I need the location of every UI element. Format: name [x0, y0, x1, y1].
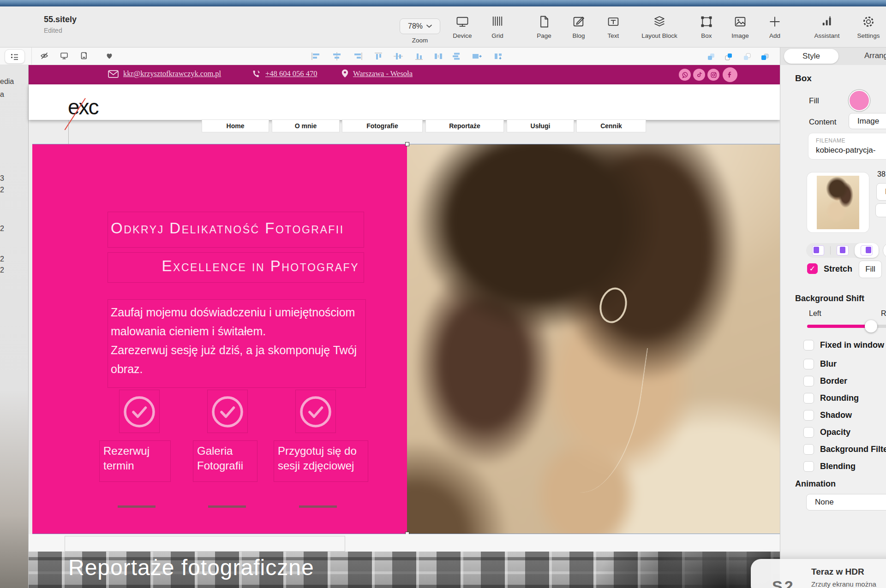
facebook-icon[interactable]: [723, 67, 737, 82]
inspector-panel: Box Fill Content Image FILENAME kobieco-…: [780, 65, 886, 588]
send-to-back-button[interactable]: [742, 52, 752, 63]
whatsapp-icon[interactable]: [679, 69, 691, 81]
tab-style[interactable]: Style: [784, 49, 838, 64]
site-contact-bar[interactable]: kkr@krzysztofkrawczyk.com.pl +48 604 056…: [29, 65, 780, 84]
text-button[interactable]: Text: [591, 15, 635, 39]
align-top-icon: [373, 52, 384, 60]
blur-checkbox[interactable]: [803, 359, 814, 369]
content-dropdown[interactable]: Image: [849, 113, 886, 129]
add-button[interactable]: Add: [753, 15, 797, 39]
nav-item-home[interactable]: Home: [202, 119, 269, 132]
site-navbar[interactable]: exc Home O mnie Fotografie Reportaże Usł…: [29, 84, 780, 120]
favorite-button[interactable]: [103, 52, 115, 62]
feature-label-frame[interactable]: Przygotuj się do sesji zdjęciowej: [274, 440, 368, 482]
selection-handle[interactable]: [405, 142, 409, 146]
feature-label-frame[interactable]: Rezerwuj termin: [99, 440, 171, 482]
align-center-h-button[interactable]: [331, 52, 342, 62]
assistant-button[interactable]: Assistant: [805, 15, 849, 39]
hdr-notification[interactable]: S2 Teraz w HDR Zrzuty ekranu można: [751, 559, 886, 588]
grid-button[interactable]: Grid: [475, 15, 520, 39]
fit-height-button[interactable]: [493, 52, 504, 62]
image-align-right[interactable]: [855, 243, 879, 258]
stretch-fill-button[interactable]: Fill: [859, 261, 882, 278]
bring-forward-button[interactable]: [724, 52, 734, 63]
hdr-notification-title: Teraz w HDR: [811, 567, 864, 577]
blending-checkbox[interactable]: [803, 461, 814, 472]
rounding-checkbox[interactable]: [803, 393, 814, 404]
nav-item-cennik[interactable]: Cennik: [576, 119, 646, 132]
instagram-icon[interactable]: [707, 69, 719, 81]
partial-button-2[interactable]: [875, 203, 886, 217]
opacity-checkbox[interactable]: [803, 427, 814, 438]
image-thumbnail-frame[interactable]: [807, 172, 869, 232]
align-middle-v-button[interactable]: [393, 52, 404, 62]
nav-item-fotografie[interactable]: Fotografie: [342, 119, 423, 132]
bring-to-front-button[interactable]: [760, 52, 770, 63]
blending-label: Blending: [820, 462, 856, 471]
background-panel-strip: edia a 3 2 2 2 2: [0, 65, 29, 588]
partial-button[interactable]: P: [876, 183, 886, 201]
mobile-device-button[interactable]: [78, 52, 90, 62]
border-checkbox[interactable]: [803, 376, 814, 386]
contact-phone[interactable]: +48 604 056 470: [252, 69, 317, 78]
align-left-button[interactable]: [311, 52, 322, 62]
tab-arrange[interactable]: Arrange: [864, 51, 886, 60]
hero-block[interactable]: Odkryj Delikatność Fotografii Excellence…: [32, 144, 407, 534]
check-circle-icon: [122, 394, 157, 429]
fill-color-swatch[interactable]: [849, 90, 870, 111]
nav-item-uslugi[interactable]: Usługi: [507, 119, 574, 132]
hdr-notification-icon: S2: [772, 577, 795, 588]
fixed-in-window-checkbox[interactable]: [803, 340, 814, 350]
fit-width-button[interactable]: [471, 52, 482, 62]
distribute-v-button[interactable]: [451, 52, 462, 62]
settings-button[interactable]: Settings: [846, 15, 886, 39]
site-logo[interactable]: exc: [68, 95, 98, 119]
filename-card[interactable]: FILENAME kobieco-patrycja-: [808, 133, 886, 160]
align-right-button[interactable]: [352, 52, 363, 62]
heart-icon: [105, 52, 114, 60]
fit-height-icon: [493, 52, 504, 60]
hero-body-line1: Zaufaj mojemu doświadczeniu i umiejętnoś…: [111, 306, 355, 338]
hero-heading-pl: Odkryj Delikatność Fotografii: [108, 212, 364, 237]
animation-dropdown[interactable]: None: [806, 494, 886, 511]
design-canvas[interactable]: kkr@krzysztofkrawczyk.com.pl +48 604 056…: [29, 65, 780, 588]
contact-email[interactable]: kkr@krzysztofkrawczyk.com.pl: [108, 69, 221, 78]
monitor-icon: [59, 52, 69, 60]
segmented-partial[interactable]: [883, 243, 886, 258]
nav-item-reportaze[interactable]: Reportaże: [425, 119, 504, 132]
bg-shift-slider-thumb[interactable]: [865, 320, 877, 333]
section2-title-frame[interactable]: [65, 536, 345, 552]
desktop-device-button[interactable]: [58, 52, 70, 62]
align-bottom-button[interactable]: [413, 52, 425, 62]
shadow-checkbox[interactable]: [803, 410, 814, 421]
phone-icon: [252, 70, 261, 78]
send-backward-button[interactable]: [706, 52, 716, 63]
zoom-dropdown[interactable]: 78%: [400, 18, 440, 34]
image-align-center[interactable]: [831, 243, 855, 258]
stretch-checkbox[interactable]: ✓: [807, 263, 818, 274]
feature-label-frame[interactable]: Galeria Fotografii: [193, 440, 257, 482]
layout-block-button[interactable]: Layout Block: [637, 15, 682, 39]
feature-icon-frame[interactable]: [207, 390, 248, 433]
feature-icon-frame[interactable]: [119, 390, 160, 433]
image-align-left[interactable]: [806, 243, 830, 258]
feature-icon-frame[interactable]: [295, 390, 336, 433]
align-left-icon: [311, 52, 322, 60]
nav-item-o-mnie[interactable]: O mnie: [272, 119, 340, 132]
hide-preview-button[interactable]: [38, 52, 50, 62]
hero-heading-en-frame[interactable]: Excellence in Photografy: [108, 252, 364, 283]
contact-location[interactable]: Warszawa - Wesoła: [341, 69, 413, 78]
hdr-notification-body: Zrzuty ekranu można: [811, 580, 876, 588]
section2-title[interactable]: Reportaże fotograficzne: [68, 555, 314, 580]
tiktok-icon[interactable]: [693, 69, 705, 81]
hero-heading-frame[interactable]: Odkryj Delikatność Fotografii: [108, 212, 364, 248]
chevron-down-icon: [426, 24, 432, 28]
background-filters-checkbox[interactable]: [803, 444, 814, 455]
animation-title: Animation: [795, 479, 836, 489]
align-top-button[interactable]: [373, 52, 384, 62]
hero-body-frame[interactable]: Zaufaj mojemu doświadczeniu i umiejętnoś…: [108, 299, 366, 388]
pages-list-button[interactable]: [5, 49, 25, 64]
hero-photo[interactable]: [407, 144, 780, 534]
distribute-h-button[interactable]: [433, 52, 444, 62]
map-pin-icon: [341, 69, 348, 78]
